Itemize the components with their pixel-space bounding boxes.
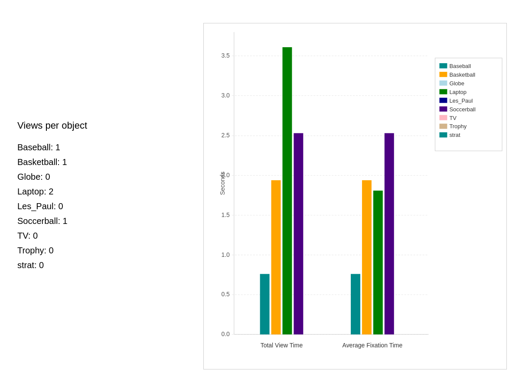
legend-strat-swatch (439, 132, 447, 137)
svg-text:1.0: 1.0 (221, 251, 230, 258)
legend-lespaul-label: Les_Paul (449, 97, 473, 104)
svg-text:2.5: 2.5 (221, 132, 230, 139)
views-list-item: Basketball: 1 (17, 155, 165, 169)
legend-globe-swatch (439, 80, 447, 85)
legend-basketball-swatch (439, 71, 447, 77)
chart-area: 0.0 0.5 1.0 1.5 2.0 2.5 3.0 3.5 Seconds (182, 14, 532, 378)
legend-trophy-label: Trophy (449, 123, 467, 130)
svg-text:0.5: 0.5 (221, 291, 230, 298)
xlabel-aft: Average Fixation Time (342, 341, 402, 348)
bar-tvt-baseball (260, 274, 269, 334)
views-list-item: Globe: 0 (17, 169, 165, 184)
legend-baseball-label: Baseball (449, 62, 471, 69)
views-list-item: Les_Paul: 0 (17, 199, 165, 214)
legend-laptop-label: Laptop (449, 88, 467, 95)
legend-baseball-swatch (439, 63, 447, 68)
svg-text:Seconds: Seconds (219, 171, 225, 194)
legend-soccerball-swatch (439, 106, 447, 111)
bar-aft-baseball (351, 274, 360, 334)
xlabel-tvt: Total View Time (260, 341, 303, 348)
legend-basketball-label: Basketball (449, 71, 475, 78)
views-list-item: TV: 0 (17, 228, 165, 243)
chart-container: 0.0 0.5 1.0 1.5 2.0 2.5 3.0 3.5 Seconds (203, 23, 507, 369)
svg-text:1.5: 1.5 (221, 211, 230, 218)
legend-laptop-swatch (439, 89, 447, 94)
views-list-item: Soccerball: 1 (17, 214, 165, 228)
legend-soccerball-label: Soccerball (449, 106, 476, 112)
bar-tvt-laptop (282, 47, 292, 334)
legend-tv-label: TV (449, 114, 457, 121)
bar-tvt-basketball (271, 180, 281, 334)
chart-svg: 0.0 0.5 1.0 1.5 2.0 2.5 3.0 3.5 Seconds (204, 23, 506, 369)
views-list-item: Trophy: 0 (17, 243, 165, 258)
bar-aft-basketball (362, 180, 371, 334)
legend-globe-label: Globe (449, 80, 464, 86)
legend-tv-swatch (439, 115, 447, 120)
views-title: Views per object (17, 120, 165, 131)
svg-text:3.0: 3.0 (221, 91, 230, 98)
legend-lespaul-swatch (439, 97, 447, 103)
svg-text:0.0: 0.0 (221, 330, 230, 337)
views-list-item: Baseball: 1 (17, 140, 165, 155)
views-list: Baseball: 1Basketball: 1Globe: 0Laptop: … (17, 140, 165, 272)
legend-strat-label: strat (449, 132, 460, 138)
views-list-item: strat: 0 (17, 258, 165, 272)
bar-aft-laptop (373, 191, 382, 334)
svg-text:3.5: 3.5 (221, 52, 230, 58)
left-panel: Views per object Baseball: 1Basketball: … (0, 107, 182, 285)
legend-trophy-swatch (439, 123, 447, 129)
bar-aft-soccerball (384, 133, 394, 334)
views-list-item: Laptop: 2 (17, 184, 165, 199)
bar-tvt-soccerball (294, 133, 303, 334)
